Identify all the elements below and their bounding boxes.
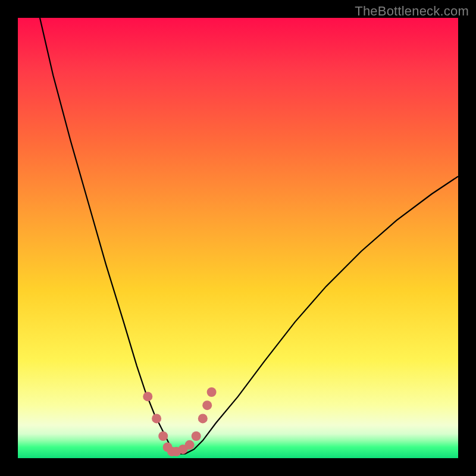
bottleneck-curve	[40, 18, 458, 454]
curve-marker	[152, 414, 161, 423]
chart-svg	[18, 18, 458, 458]
plot-area	[18, 18, 458, 458]
outer-frame: TheBottleneck.com	[0, 0, 476, 476]
curve-marker	[192, 431, 201, 441]
curve-marker	[202, 400, 212, 410]
curve-marker	[143, 392, 152, 401]
curve-marker	[158, 431, 168, 441]
curve-marker	[185, 440, 195, 450]
curve-markers	[143, 387, 216, 456]
watermark-text: TheBottleneck.com	[355, 4, 469, 19]
curve-marker	[198, 414, 208, 423]
curve-marker	[207, 387, 217, 397]
